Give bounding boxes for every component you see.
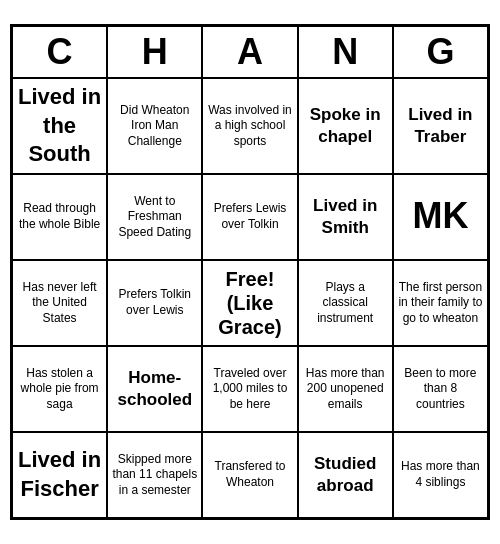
bingo-cell-4[interactable]: Lived in Traber bbox=[393, 78, 488, 174]
header-letter-a: A bbox=[202, 26, 297, 78]
bingo-cell-6[interactable]: Went to Freshman Speed Dating bbox=[107, 174, 202, 260]
bingo-cell-18[interactable]: Has more than 200 unopened emails bbox=[298, 346, 393, 432]
bingo-grid: Lived in the SouthDid Wheaton Iron Man C… bbox=[12, 78, 488, 518]
bingo-cell-14[interactable]: The first person in their family to go t… bbox=[393, 260, 488, 346]
bingo-cell-8[interactable]: Lived in Smith bbox=[298, 174, 393, 260]
bingo-cell-3[interactable]: Spoke in chapel bbox=[298, 78, 393, 174]
bingo-cell-5[interactable]: Read through the whole Bible bbox=[12, 174, 107, 260]
bingo-cell-23[interactable]: Studied abroad bbox=[298, 432, 393, 518]
bingo-cell-15[interactable]: Has stolen a whole pie from saga bbox=[12, 346, 107, 432]
header-letter-h: H bbox=[107, 26, 202, 78]
bingo-cell-22[interactable]: Transfered to Wheaton bbox=[202, 432, 297, 518]
header-letter-c: C bbox=[12, 26, 107, 78]
bingo-cell-1[interactable]: Did Wheaton Iron Man Challenge bbox=[107, 78, 202, 174]
bingo-header: CHANG bbox=[12, 26, 488, 78]
bingo-cell-20[interactable]: Lived in Fischer bbox=[12, 432, 107, 518]
bingo-cell-7[interactable]: Prefers Lewis over Tolkin bbox=[202, 174, 297, 260]
bingo-cell-2[interactable]: Was involved in a high school sports bbox=[202, 78, 297, 174]
bingo-cell-10[interactable]: Has never left the United States bbox=[12, 260, 107, 346]
bingo-card: CHANG Lived in the SouthDid Wheaton Iron… bbox=[10, 24, 490, 520]
bingo-cell-11[interactable]: Prefers Tolkin over Lewis bbox=[107, 260, 202, 346]
bingo-cell-12[interactable]: Free! (Like Grace) bbox=[202, 260, 297, 346]
header-letter-n: N bbox=[298, 26, 393, 78]
bingo-cell-17[interactable]: Traveled over 1,000 miles to be here bbox=[202, 346, 297, 432]
bingo-cell-13[interactable]: Plays a classical instrument bbox=[298, 260, 393, 346]
bingo-cell-24[interactable]: Has more than 4 siblings bbox=[393, 432, 488, 518]
bingo-cell-0[interactable]: Lived in the South bbox=[12, 78, 107, 174]
header-letter-g: G bbox=[393, 26, 488, 78]
bingo-cell-16[interactable]: Home-schooled bbox=[107, 346, 202, 432]
bingo-cell-19[interactable]: Been to more than 8 countries bbox=[393, 346, 488, 432]
bingo-cell-9[interactable]: MK bbox=[393, 174, 488, 260]
bingo-cell-21[interactable]: Skipped more than 11 chapels in a semest… bbox=[107, 432, 202, 518]
